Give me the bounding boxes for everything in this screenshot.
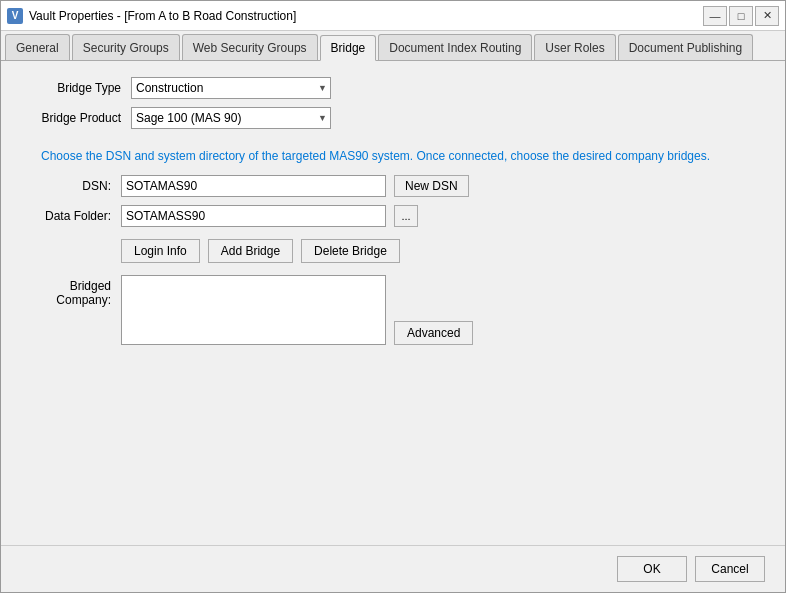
bridge-product-select[interactable]: Sage 100 (MAS 90)Sage 200QuickBooks: [131, 107, 331, 129]
cancel-button[interactable]: Cancel: [695, 556, 765, 582]
close-button[interactable]: ✕: [755, 6, 779, 26]
bridge-product-select-wrapper: Sage 100 (MAS 90)Sage 200QuickBooks: [131, 107, 331, 129]
data-folder-input[interactable]: [121, 205, 386, 227]
tab-user-roles[interactable]: User Roles: [534, 34, 615, 60]
tab-general[interactable]: General: [5, 34, 70, 60]
login-info-button[interactable]: Login Info: [121, 239, 200, 263]
footer: OK Cancel: [1, 545, 785, 592]
main-window: V Vault Properties - [From A to B Road C…: [0, 0, 786, 593]
action-buttons: Login Info Add Bridge Delete Bridge: [121, 239, 765, 263]
bridge-product-label: Bridge Product: [21, 111, 121, 125]
dsn-input[interactable]: [121, 175, 386, 197]
tab-bar: General Security Groups Web Security Gro…: [1, 31, 785, 61]
add-bridge-button[interactable]: Add Bridge: [208, 239, 293, 263]
dsn-label: DSN:: [21, 179, 111, 193]
info-text: Choose the DSN and system directory of t…: [41, 147, 765, 165]
bridged-company-list[interactable]: [121, 275, 386, 345]
dsn-row: DSN: New DSN: [21, 175, 765, 197]
minimize-button[interactable]: —: [703, 6, 727, 26]
maximize-button[interactable]: □: [729, 6, 753, 26]
title-bar: V Vault Properties - [From A to B Road C…: [1, 1, 785, 31]
bridge-product-row: Bridge Product Sage 100 (MAS 90)Sage 200…: [21, 107, 765, 129]
bridge-type-select-wrapper: ConstructionStandardCustom: [131, 77, 331, 99]
bridge-type-select[interactable]: ConstructionStandardCustom: [131, 77, 331, 99]
tab-security-groups[interactable]: Security Groups: [72, 34, 180, 60]
advanced-button[interactable]: Advanced: [394, 321, 473, 345]
data-folder-row: Data Folder: ...: [21, 205, 765, 227]
bridged-company-row: Bridged Company: Advanced: [21, 275, 765, 345]
app-icon: V: [7, 8, 23, 24]
delete-bridge-button[interactable]: Delete Bridge: [301, 239, 400, 263]
title-bar-left: V Vault Properties - [From A to B Road C…: [7, 8, 296, 24]
ok-button[interactable]: OK: [617, 556, 687, 582]
new-dsn-button[interactable]: New DSN: [394, 175, 469, 197]
window-title: Vault Properties - [From A to B Road Con…: [29, 9, 296, 23]
tab-document-index-routing[interactable]: Document Index Routing: [378, 34, 532, 60]
tab-content: Bridge Type ConstructionStandardCustom B…: [1, 61, 785, 545]
advanced-btn-wrapper: Advanced: [394, 275, 473, 345]
bridge-type-label: Bridge Type: [21, 81, 121, 95]
title-bar-controls: — □ ✕: [703, 6, 779, 26]
data-folder-label: Data Folder:: [21, 209, 111, 223]
browse-button[interactable]: ...: [394, 205, 418, 227]
bridged-company-label: Bridged Company:: [21, 275, 111, 307]
bridge-type-row: Bridge Type ConstructionStandardCustom: [21, 77, 765, 99]
tab-web-security-groups[interactable]: Web Security Groups: [182, 34, 318, 60]
tab-document-publishing[interactable]: Document Publishing: [618, 34, 753, 60]
tab-bridge[interactable]: Bridge: [320, 35, 377, 61]
